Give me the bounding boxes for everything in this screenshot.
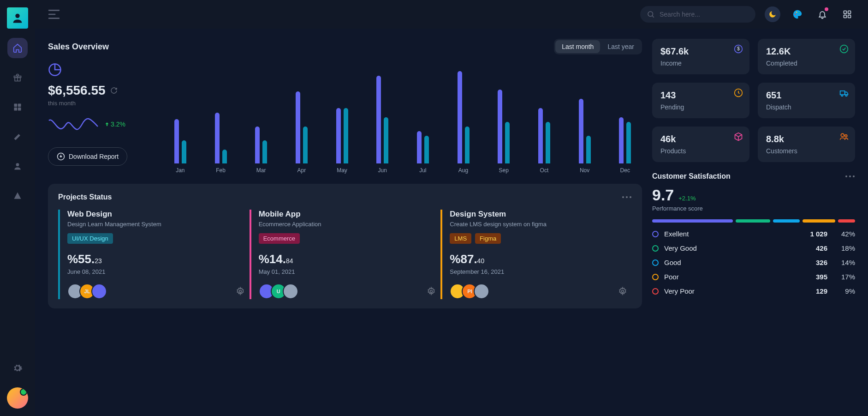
satisfaction-delta: +2.1% — [678, 195, 696, 202]
chart-month-jan: Jan — [163, 71, 197, 174]
satisfaction-menu[interactable] — [845, 175, 855, 178]
project-pct: %14.84 — [259, 252, 436, 266]
brand-avatar[interactable] — [7, 7, 28, 29]
dot-icon — [652, 231, 659, 237]
bar-b — [546, 122, 550, 163]
nav-home[interactable] — [7, 38, 28, 58]
chart-month-may: May — [325, 71, 359, 174]
bar-b — [222, 150, 227, 163]
sat-row-very-poor: Very Poor1299% — [652, 287, 855, 295]
kpi-pending[interactable]: 143Pending — [652, 83, 749, 118]
kpi-products[interactable]: 46kProducts — [652, 127, 749, 162]
nav-shape[interactable] — [7, 186, 28, 206]
search-icon — [647, 10, 655, 18]
palette-icon — [792, 9, 803, 19]
refresh-icon[interactable] — [110, 87, 118, 94]
bar-b — [465, 127, 470, 163]
project-date: May 01, 2021 — [259, 268, 436, 275]
chart-month-jul: Jul — [406, 71, 440, 174]
theme-toggle[interactable] — [765, 6, 780, 22]
kpi-value: 651 — [766, 90, 847, 101]
svg-rect-3 — [14, 104, 18, 107]
svg-point-37 — [845, 175, 847, 177]
svg-point-34 — [845, 95, 847, 96]
notifications[interactable] — [814, 6, 830, 22]
nav-gift[interactable] — [7, 67, 28, 88]
bar-a — [174, 119, 179, 163]
kpi-customers[interactable]: 8.8kCustomers — [758, 127, 855, 162]
chart-month-oct: Oct — [527, 71, 561, 174]
dots-icon — [622, 196, 632, 199]
sat-name: Good — [664, 259, 795, 266]
sales-tabs: Last month Last year — [554, 39, 642, 54]
sales-overview: Sales Overview Last month Last year — [48, 39, 642, 174]
nav-edit[interactable] — [7, 127, 28, 147]
kpi-label: Completed — [766, 60, 847, 67]
nav-grid[interactable] — [7, 97, 28, 117]
sat-pct: 14% — [827, 259, 855, 266]
gift-icon — [13, 73, 22, 82]
kpi-value: 143 — [660, 90, 741, 101]
search-input[interactable] — [660, 11, 749, 18]
kpi-label: Customers — [766, 147, 847, 155]
svg-rect-17 — [848, 11, 851, 14]
tab-last-month[interactable]: Last month — [555, 40, 600, 53]
triangle-icon — [13, 191, 22, 200]
month-label: Nov — [580, 167, 589, 174]
satisfaction-bar — [652, 219, 855, 223]
dot-icon — [652, 245, 659, 252]
apps-menu[interactable] — [839, 6, 855, 22]
chart-month-aug: Aug — [446, 71, 481, 174]
project-settings[interactable] — [618, 287, 627, 296]
month-label: Apr — [297, 167, 306, 174]
current-user-avatar[interactable] — [7, 387, 28, 409]
dot-icon — [652, 274, 659, 280]
kpi-income[interactable]: $67.6kIncome$ — [652, 39, 749, 74]
bar-a — [538, 108, 543, 163]
sales-title: Sales Overview — [48, 42, 109, 52]
svg-rect-16 — [844, 11, 847, 14]
nav-settings[interactable] — [7, 358, 28, 378]
svg-point-22 — [622, 196, 624, 198]
bar-a — [498, 90, 502, 163]
menu-toggle[interactable] — [48, 9, 60, 19]
project-2[interactable]: Design SystemCreate LMS design system on… — [440, 210, 627, 299]
sales-bar-chart: JanFebMarAprMayJunJulAugSepOctNovDec — [163, 63, 642, 174]
month-label: May — [337, 167, 347, 174]
sat-pct: 18% — [827, 244, 855, 252]
bar-a — [296, 91, 300, 163]
kpi-completed[interactable]: 12.6KCompleted — [758, 39, 855, 74]
chart-month-apr: Apr — [285, 71, 319, 174]
sat-row-poor: Poor39517% — [652, 273, 855, 281]
bar-b — [626, 122, 631, 163]
download-report-button[interactable]: Download Report — [48, 147, 127, 166]
sat-pct: 42% — [827, 230, 855, 238]
download-icon — [57, 152, 65, 161]
svg-rect-5 — [14, 108, 18, 111]
project-name: Web Design — [67, 210, 245, 219]
bar-a — [458, 71, 462, 163]
project-settings[interactable] — [236, 287, 245, 296]
sat-count: 426 — [795, 244, 827, 252]
projects-menu[interactable] — [622, 196, 632, 199]
bar-b — [586, 136, 591, 163]
search-box[interactable] — [640, 6, 755, 23]
kpi-dispatch[interactable]: 651Dispatch — [758, 83, 855, 118]
project-date: June 08, 2021 — [67, 268, 245, 275]
svg-rect-6 — [18, 108, 21, 111]
sat-count: 1 029 — [795, 230, 827, 238]
chart-month-sep: Sep — [487, 71, 521, 174]
nav-user[interactable] — [7, 156, 28, 176]
project-pct: %87.40 — [450, 252, 627, 266]
project-tag: UI/UX Design — [67, 233, 113, 244]
color-picker[interactable] — [790, 6, 805, 22]
sat-pct: 9% — [827, 287, 855, 295]
truck-icon — [839, 88, 849, 97]
bar-a — [255, 127, 260, 163]
tab-last-year[interactable]: Last year — [601, 40, 641, 53]
project-settings[interactable] — [427, 287, 436, 296]
project-1[interactable]: Mobile AppEcommerce ApplicationEcommerce… — [250, 210, 436, 299]
project-0[interactable]: Web DesignDesign Learn Management System… — [58, 210, 245, 299]
sat-name: Exellent — [664, 230, 795, 238]
bar-a — [579, 99, 583, 163]
